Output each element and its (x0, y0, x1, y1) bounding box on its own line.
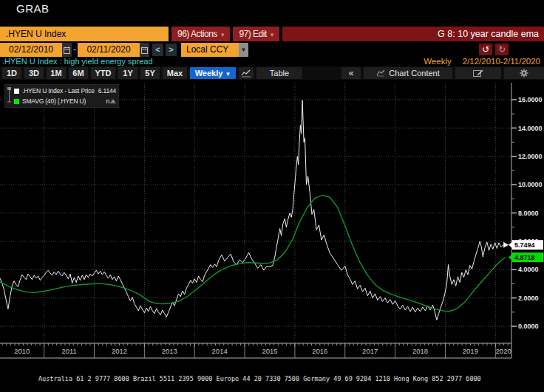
table-button[interactable]: Table (256, 67, 302, 79)
svg-text:14.0000: 14.0000 (518, 125, 543, 132)
actions-menu-button[interactable]: 96) Actions▾ (171, 27, 230, 41)
settings-gear-icon[interactable] (504, 67, 544, 79)
currency-dropdown-caret-icon[interactable]: ▼ (239, 43, 248, 57)
white-swatch-icon (14, 89, 19, 94)
calendar-icon[interactable] (140, 43, 149, 57)
start-date-field[interactable]: 02/12/2010 (0, 43, 62, 57)
chart-canvas[interactable]: 0.00002.00004.00006.00008.000010.000012.… (0, 80, 544, 392)
svg-text:2013: 2013 (162, 347, 177, 355)
tab-6m[interactable]: 6M (69, 67, 88, 79)
svg-text:4.8718: 4.8718 (514, 254, 535, 261)
period-label: Weekly (424, 56, 452, 66)
range-label: 2/12/2010-2/11/2020 (463, 56, 540, 66)
green-swatch-icon (14, 99, 19, 104)
svg-text:16.0000: 16.0000 (518, 96, 543, 103)
range-forward-button[interactable]: > (166, 44, 177, 56)
chart-legend[interactable]: .HYEN U Index - Last Price 6.1144 SMAVG … (4, 84, 119, 108)
legend-item-last-price[interactable]: .HYEN U Index - Last Price 6.1144 (13, 86, 116, 95)
tab-5y[interactable]: 5Y (140, 67, 160, 79)
svg-text:2018: 2018 (412, 347, 428, 355)
ticker-input[interactable]: .HYEN U Index (0, 27, 169, 41)
svg-text:5.7494: 5.7494 (514, 241, 535, 249)
tab-1m[interactable]: 1M (47, 67, 66, 79)
chart-type-icon[interactable] (239, 67, 254, 79)
chart-title-row: .HYEN U Index : high yield energy spread… (0, 56, 544, 66)
legend-item-smavg[interactable]: SMAVG (40) (.HYEN U) n.a. (13, 97, 116, 106)
function-title: G 8: 10 year candle ema (282, 27, 544, 41)
svg-text:4.0000: 4.0000 (518, 266, 539, 273)
chart-content-icon (376, 69, 385, 77)
svg-text:2012: 2012 (112, 347, 127, 355)
annotate-icon[interactable] (455, 67, 501, 79)
svg-text:8.0000: 8.0000 (518, 210, 539, 217)
page-title: GRAB (16, 2, 50, 15)
chart-content-button[interactable]: Chart Content (364, 67, 452, 79)
svg-text:2010: 2010 (14, 347, 30, 355)
end-date-field[interactable]: 02/11/2020 (78, 43, 140, 57)
tab-ytd[interactable]: YTD (91, 67, 115, 79)
svg-text:2014: 2014 (212, 347, 228, 355)
period-summary: Weekly 2/12/2010-2/11/2020 (424, 56, 540, 66)
price-chart[interactable]: 0.00002.00004.00006.00008.000010.000012.… (0, 80, 544, 392)
tab-1y[interactable]: 1Y (118, 67, 137, 79)
period-dropdown[interactable]: Weekly ▼ (190, 67, 236, 79)
chevron-down-icon: ▼ (225, 71, 231, 78)
redo-icon[interactable]: ↻ (495, 44, 509, 55)
svg-text:12.0000: 12.0000 (518, 153, 543, 160)
date-separator: - (73, 43, 76, 57)
calendar-icon[interactable] (62, 43, 72, 57)
svg-text:2.0000: 2.0000 (518, 295, 539, 302)
tab-3d[interactable]: 3D (24, 67, 44, 79)
currency-select[interactable]: Local CCY (181, 43, 240, 57)
terminal-footer: Australia 61 2 9777 8600 Brazil 5511 239… (0, 360, 544, 392)
svg-text:2019: 2019 (463, 347, 478, 355)
tab-max[interactable]: Max (163, 67, 187, 79)
svg-text:2016: 2016 (312, 347, 327, 355)
chart-toolbar: 1D 3D 1M 6M YTD 1Y 5Y Max Weekly ▼ Table… (0, 66, 544, 80)
svg-text:2020: 2020 (496, 347, 511, 355)
range-back-button[interactable]: < (152, 44, 163, 56)
svg-text:2015: 2015 (262, 347, 277, 355)
svg-text:0.0000: 0.0000 (518, 323, 539, 330)
svg-text:10.0000: 10.0000 (518, 181, 543, 188)
legend-pin-icon[interactable] (7, 86, 13, 104)
range-bar: 02/12/2010 - 02/11/2020 < > Local CCY ▼ … (0, 43, 544, 57)
undo-icon[interactable]: ↺ (479, 44, 492, 55)
collapse-panel-button[interactable]: « (341, 67, 361, 79)
footer-phones-1: Australia 61 2 9777 8600 Brazil 5511 239… (0, 375, 544, 382)
bloomberg-terminal-window: GRAB .HYEN U Index 96) Actions▾ 97) Edit… (0, 0, 544, 392)
tab-1d[interactable]: 1D (2, 67, 21, 79)
edit-menu-button[interactable]: 97) Edit▾ (233, 27, 279, 41)
chart-title: .HYEN U Index : high yield energy spread (2, 56, 153, 66)
chevron-down-icon: ▾ (221, 31, 225, 38)
svg-text:2017: 2017 (362, 347, 378, 355)
chevron-down-icon: ▾ (271, 31, 274, 38)
command-bar: .HYEN U Index 96) Actions▾ 97) Edit▾ G 8… (0, 27, 544, 41)
svg-text:2011: 2011 (61, 347, 76, 355)
